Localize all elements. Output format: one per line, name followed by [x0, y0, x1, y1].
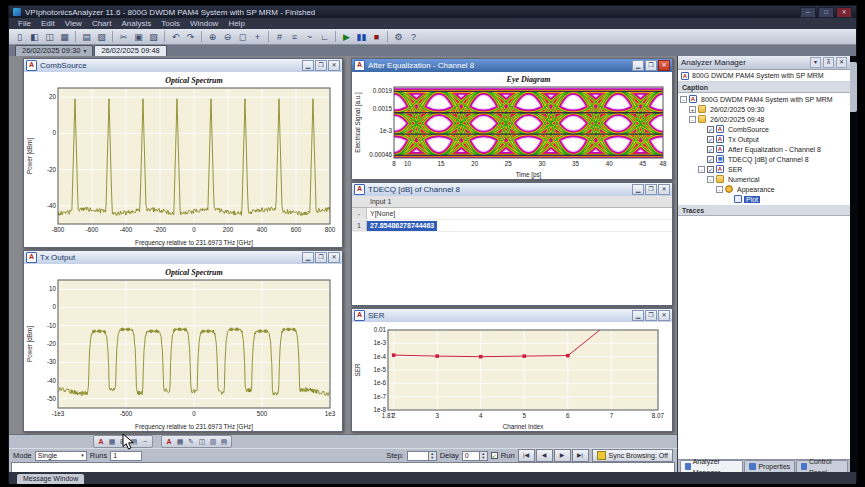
- mode-select[interactable]: Single ▾: [35, 451, 87, 461]
- menu-chart[interactable]: Chart: [87, 19, 117, 28]
- tree-item-3[interactable]: ✓ACombSource: [678, 124, 850, 134]
- zoom-in-icon[interactable]: ⊕: [205, 31, 220, 43]
- session-tab-1[interactable]: 26/02/2025 09:48: [94, 45, 166, 56]
- window-restore-icon[interactable]: ❐: [315, 60, 327, 71]
- panel-close-icon[interactable]: ✕: [836, 57, 847, 68]
- grid-toggle-icon[interactable]: ▦: [175, 437, 185, 446]
- analyzer-selection-row[interactable]: A 800G DWDM PAM4 System with SP MRM: [678, 70, 850, 82]
- visibility-checkbox[interactable]: ✓: [707, 166, 714, 173]
- sync-browsing-button[interactable]: Sync Browsing: Off: [592, 449, 673, 462]
- open-icon[interactable]: ◧: [27, 31, 42, 43]
- step-spinner[interactable]: ▲▼: [429, 451, 437, 461]
- tree-item-1[interactable]: +26/02/2025 09:30: [678, 104, 850, 114]
- window-minimize-icon[interactable]: ▁: [632, 184, 644, 195]
- redo-icon[interactable]: ↷: [183, 31, 198, 43]
- copy-icon[interactable]: ▣: [131, 31, 146, 43]
- window-close-icon[interactable]: ✕: [328, 252, 340, 263]
- window-tdecq-titlebar[interactable]: A TDECQ [dB] of Channel 8 ▁ ❐ ✕: [352, 183, 672, 196]
- stop-icon[interactable]: ■: [369, 31, 384, 43]
- help-icon[interactable]: ?: [406, 31, 421, 43]
- first-run-button[interactable]: |◀: [518, 449, 535, 462]
- window-restore-icon[interactable]: ❐: [315, 252, 327, 263]
- message-window-tab[interactable]: Message Window: [17, 474, 84, 484]
- delay-input[interactable]: 0: [462, 451, 480, 461]
- grid-toggle-icon[interactable]: ▦: [107, 437, 117, 446]
- zoom-out-icon[interactable]: ⊖: [220, 31, 235, 43]
- run-icon[interactable]: ▶: [339, 31, 354, 43]
- window-combsource-titlebar[interactable]: A CombSource ▁ ❐ ✕: [24, 59, 342, 72]
- tree-item-10[interactable]: Plot: [678, 194, 850, 204]
- window-minimize-icon[interactable]: ▁: [302, 60, 314, 71]
- tdecq-group-row[interactable]: - Y[None]: [352, 208, 672, 220]
- window-minimize-icon[interactable]: ▁: [632, 310, 644, 321]
- pan-icon[interactable]: +: [250, 31, 265, 43]
- menu-help[interactable]: Help: [223, 19, 249, 28]
- save-all-icon[interactable]: ▦: [57, 31, 72, 43]
- visibility-checkbox[interactable]: ✓: [707, 136, 714, 143]
- tree-item-4[interactable]: ✓ATx Output: [678, 134, 850, 144]
- visibility-checkbox[interactable]: ✓: [707, 126, 714, 133]
- window-after-equalization-titlebar[interactable]: A After Equalization - Channel 8 ▁ ❐ ✕: [352, 59, 672, 72]
- ser-chart[interactable]: 0.011e-31e-41e-51e-61e-71e-81.872345678.…: [352, 322, 672, 431]
- grid-icon[interactable]: #: [272, 31, 287, 43]
- combsource-chart[interactable]: 200-20-40-800-600-400-2000200400600800Op…: [24, 72, 342, 247]
- collapse-icon[interactable]: -: [707, 176, 714, 183]
- tree-item-9[interactable]: -Appearance: [678, 184, 850, 194]
- expand-icon[interactable]: +: [689, 106, 696, 113]
- window-restore-icon[interactable]: ❐: [645, 60, 657, 71]
- style-icon[interactable]: ▥: [208, 437, 218, 446]
- pin-icon[interactable]: ⊼: [823, 57, 834, 68]
- layout-icon[interactable]: ◫: [197, 437, 207, 446]
- tdecq-group-expander[interactable]: -: [352, 208, 367, 219]
- edit-icon[interactable]: ✎: [186, 437, 196, 446]
- last-run-button[interactable]: ▶|: [572, 449, 589, 462]
- collapse-icon[interactable]: -: [689, 116, 696, 123]
- collapse-icon[interactable]: -: [680, 96, 687, 103]
- prev-run-button[interactable]: ◀: [536, 449, 553, 462]
- chevron-down-icon[interactable]: ▾: [810, 57, 821, 68]
- trace-style-icon[interactable]: ~: [140, 437, 150, 446]
- pause-icon[interactable]: ▮▮: [354, 31, 369, 43]
- tdecq-value-cell[interactable]: 27.85486278744463: [367, 221, 437, 231]
- tx-output-chart[interactable]: 100-10-20-30-40-50-1e3-50005001e3Optical…: [24, 264, 342, 431]
- window-ser-titlebar[interactable]: A SER ▁ ❐ ✕: [352, 309, 672, 322]
- visibility-checkbox[interactable]: ✓: [707, 146, 714, 153]
- collapse-icon[interactable]: -: [716, 186, 723, 193]
- minimize-button[interactable]: ─: [800, 7, 816, 18]
- legend-icon[interactable]: ≡: [287, 31, 302, 43]
- eye-diagram-chart[interactable]: 0.00190.00151e-30.0004681015202530354045…: [352, 72, 672, 179]
- menu-file[interactable]: File: [13, 19, 36, 28]
- print-icon[interactable]: ▤: [79, 31, 94, 43]
- save-icon[interactable]: ◫: [42, 31, 57, 43]
- window-minimize-icon[interactable]: ▁: [302, 252, 314, 263]
- window-close-icon[interactable]: ✕: [328, 60, 340, 71]
- maximize-button[interactable]: □: [818, 7, 834, 18]
- run-checkbox[interactable]: ✓: [491, 452, 498, 459]
- close-button[interactable]: ✕: [836, 7, 852, 18]
- collapse-icon[interactable]: -: [698, 166, 705, 173]
- menu-window[interactable]: Window: [185, 19, 223, 28]
- menu-edit[interactable]: Edit: [36, 19, 60, 28]
- collapsed-panel-tab[interactable]: [850, 62, 857, 112]
- tdecq-value-row[interactable]: 1 27.85486278744463: [352, 220, 672, 232]
- session-tab-0[interactable]: 26/02/2025 09:30▾: [15, 45, 93, 56]
- marker-icon[interactable]: ~: [302, 31, 317, 43]
- chart-select-icon[interactable]: A: [164, 437, 174, 446]
- traces-section-header[interactable]: Traces: [678, 205, 850, 216]
- chevron-down-icon[interactable]: ▾: [83, 46, 86, 56]
- window-close-icon[interactable]: ✕: [658, 310, 670, 321]
- tree-item-6[interactable]: ✓≣TDECQ [dB] of Channel 8: [678, 154, 850, 164]
- menu-view[interactable]: View: [60, 19, 87, 28]
- runs-input[interactable]: 1: [110, 451, 142, 461]
- axes-icon[interactable]: ∟: [317, 31, 332, 43]
- menu-tools[interactable]: Tools: [156, 19, 185, 28]
- window-restore-icon[interactable]: ❐: [645, 310, 657, 321]
- panel-tab-control-panel[interactable]: Control Panel: [796, 460, 848, 472]
- tree-item-2[interactable]: -26/02/2025 09:48: [678, 114, 850, 124]
- chart-select-icon[interactable]: A: [96, 437, 106, 446]
- delay-spinner[interactable]: ▲▼: [480, 451, 488, 461]
- next-run-button[interactable]: ▶: [554, 449, 571, 462]
- visibility-checkbox[interactable]: ✓: [707, 156, 714, 163]
- menu-analysis[interactable]: Analysis: [116, 19, 156, 28]
- window-close-icon[interactable]: ✕: [658, 60, 670, 71]
